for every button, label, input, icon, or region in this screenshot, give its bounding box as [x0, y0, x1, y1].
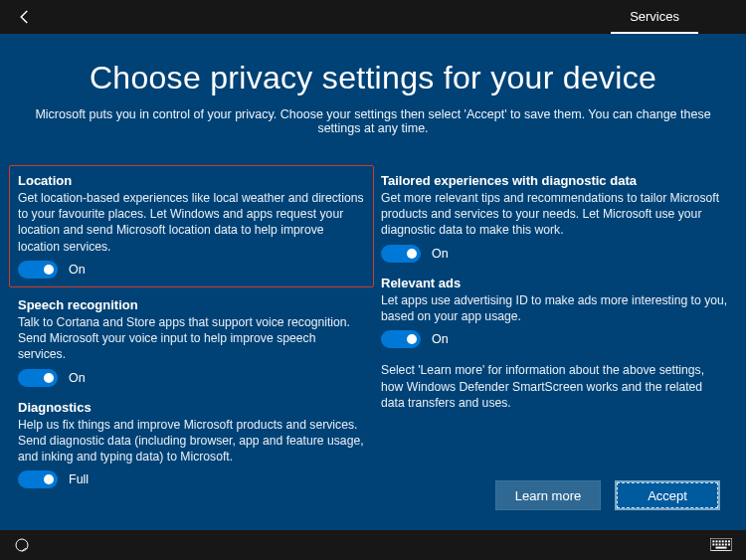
- setting-desc: Get more relevant tips and recommendatio…: [381, 190, 728, 239]
- setting-desc: Get location-based experiences like loca…: [18, 190, 365, 255]
- ads-toggle[interactable]: [381, 330, 421, 348]
- accept-button[interactable]: Accept: [615, 480, 720, 510]
- right-column: Tailored experiences with diagnostic dat…: [381, 173, 728, 501]
- keyboard-icon: [710, 538, 732, 551]
- ease-of-access-button[interactable]: [14, 537, 30, 553]
- svg-rect-14: [715, 547, 726, 549]
- learn-more-button[interactable]: Learn more: [495, 480, 601, 510]
- svg-rect-9: [715, 543, 717, 545]
- svg-rect-11: [722, 543, 724, 545]
- diagnostics-toggle[interactable]: [18, 470, 58, 488]
- toggle-row: On: [18, 369, 365, 387]
- svg-rect-6: [725, 540, 727, 542]
- left-column: Location Get location-based experiences …: [18, 173, 365, 501]
- ease-of-access-icon: [14, 537, 30, 553]
- button-label: Accept: [648, 488, 687, 503]
- setting-desc: Let apps use advertising ID to make ads …: [381, 292, 728, 324]
- bottom-bar: [0, 530, 746, 560]
- setting-diagnostics: Diagnostics Help us fix things and impro…: [18, 400, 365, 489]
- button-row: Learn more Accept: [495, 480, 720, 510]
- toggle-row: On: [381, 245, 728, 263]
- setting-tailored: Tailored experiences with diagnostic dat…: [381, 173, 728, 263]
- svg-rect-7: [728, 540, 730, 542]
- tab-label: Services: [630, 9, 679, 24]
- toggle-state-label: Full: [69, 472, 89, 486]
- toggle-state-label: On: [432, 247, 449, 261]
- tailored-toggle[interactable]: [381, 245, 421, 263]
- title-bar: Services: [0, 0, 746, 34]
- learn-more-info: Select 'Learn more' for information abou…: [381, 362, 728, 411]
- toggle-state-label: On: [69, 371, 86, 385]
- svg-rect-5: [722, 540, 724, 542]
- page-title: Choose privacy settings for your device: [18, 60, 728, 96]
- on-screen-keyboard-button[interactable]: [710, 538, 732, 552]
- settings-grid: Location Get location-based experiences …: [18, 173, 728, 501]
- toggle-state-label: On: [69, 263, 86, 277]
- svg-rect-4: [719, 540, 721, 542]
- tab-services[interactable]: Services: [611, 0, 698, 34]
- page-subtitle: Microsoft puts you in control of your pr…: [18, 107, 728, 135]
- setting-title: Speech recognition: [18, 297, 365, 312]
- setting-title: Tailored experiences with diagnostic dat…: [381, 173, 728, 188]
- back-button[interactable]: [16, 8, 34, 26]
- svg-rect-13: [728, 543, 730, 545]
- location-toggle[interactable]: [18, 261, 58, 279]
- setting-speech: Speech recognition Talk to Cortana and S…: [18, 297, 365, 387]
- setting-title: Relevant ads: [381, 276, 728, 290]
- svg-rect-8: [712, 543, 714, 545]
- svg-point-0: [16, 539, 28, 551]
- svg-rect-2: [712, 540, 714, 542]
- arrow-left-icon: [16, 8, 34, 26]
- setting-ads: Relevant ads Let apps use advertising ID…: [381, 276, 728, 348]
- toggle-row: On: [18, 261, 365, 279]
- setting-location: Location Get location-based experiences …: [9, 165, 374, 287]
- svg-rect-12: [725, 543, 727, 545]
- speech-toggle[interactable]: [18, 369, 58, 387]
- toggle-row: On: [381, 330, 728, 348]
- setting-desc: Talk to Cortana and Store apps that supp…: [18, 314, 365, 363]
- setting-desc: Help us fix things and improve Microsoft…: [18, 417, 365, 466]
- toggle-state-label: On: [432, 332, 449, 346]
- main-content: Choose privacy settings for your device …: [0, 34, 746, 530]
- svg-rect-10: [719, 543, 721, 545]
- button-label: Learn more: [515, 488, 581, 503]
- setting-title: Diagnostics: [18, 400, 365, 415]
- svg-rect-3: [715, 540, 717, 542]
- setting-title: Location: [18, 173, 365, 188]
- toggle-row: Full: [18, 470, 365, 488]
